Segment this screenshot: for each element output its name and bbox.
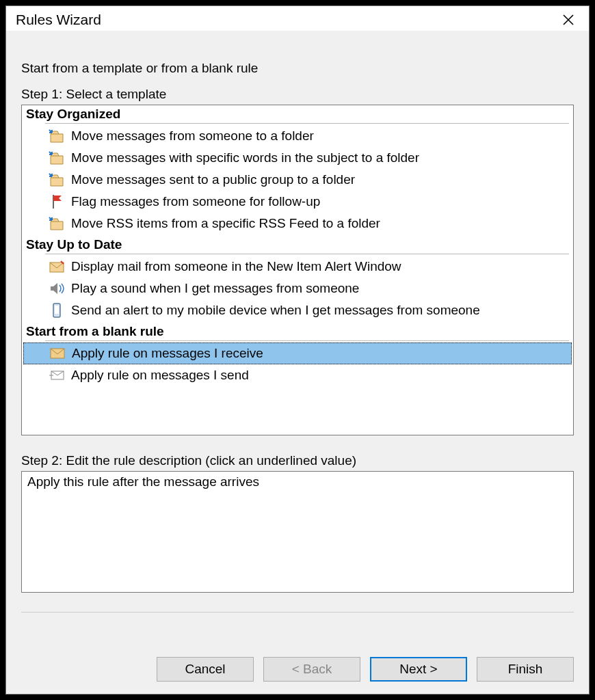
mobile-icon (47, 301, 67, 319)
template-move-words-subject[interactable]: Move messages with specific words in the… (26, 147, 569, 169)
footer-divider (21, 612, 574, 612)
svg-rect-3 (55, 306, 59, 314)
step2-label: Step 2: Edit the rule description (click… (21, 453, 574, 468)
mail-alert-icon (47, 258, 67, 275)
folder-move-icon (47, 215, 67, 232)
group-stay-uptodate: Stay Up to Date (26, 237, 569, 252)
template-label: Move messages with specific words in the… (71, 150, 419, 165)
template-apply-send[interactable]: Apply rule on messages I send (26, 364, 569, 386)
close-icon (561, 13, 575, 27)
rule-description-box[interactable]: Apply this rule after the message arrive… (21, 471, 574, 593)
template-move-rss[interactable]: Move RSS items from a specific RSS Feed … (26, 213, 569, 234)
divider (45, 254, 569, 254)
envelope-icon (47, 345, 68, 362)
template-display-alert[interactable]: Display mail from someone in the New Ite… (26, 256, 569, 278)
cancel-button[interactable]: Cancel (157, 657, 254, 682)
close-button[interactable] (555, 10, 582, 29)
instruction-text: Start from a template or from a blank ru… (21, 61, 574, 76)
group-blank-rule: Start from a blank rule (26, 324, 569, 339)
template-mobile-alert[interactable]: Send an alert to my mobile device when I… (26, 299, 569, 321)
rules-wizard-dialog: Rules Wizard Start from a template or fr… (5, 5, 590, 695)
template-label: Send an alert to my mobile device when I… (71, 303, 480, 318)
template-label: Move RSS items from a specific RSS Feed … (71, 216, 380, 231)
template-label: Move messages sent to a public group to … (71, 172, 355, 187)
titlebar: Rules Wizard (6, 6, 589, 31)
template-label: Flag messages from someone for follow-up (71, 194, 320, 209)
template-listbox: Stay Organized Move messages from someon… (21, 105, 574, 435)
step1-label: Step 1: Select a template (21, 87, 574, 102)
folder-move-icon (47, 149, 67, 167)
group-stay-organized: Stay Organized (26, 107, 569, 122)
folder-move-icon (47, 171, 67, 189)
flag-icon (47, 193, 67, 211)
button-row: Cancel < Back Next > Finish (6, 647, 589, 694)
template-label: Apply rule on messages I send (71, 368, 249, 383)
folder-move-icon (47, 127, 67, 145)
template-label: Apply rule on messages I receive (72, 346, 263, 361)
dialog-title: Rules Wizard (16, 12, 101, 28)
template-label: Play a sound when I get messages from so… (71, 281, 359, 296)
back-button[interactable]: < Back (263, 657, 360, 682)
speaker-icon (47, 280, 67, 297)
template-play-sound[interactable]: Play a sound when I get messages from so… (26, 278, 569, 299)
template-apply-receive[interactable]: Apply rule on messages I receive (23, 342, 572, 364)
envelope-out-icon (47, 366, 67, 384)
template-label: Move messages from someone to a folder (71, 129, 314, 144)
rule-description-text: Apply this rule after the message arrive… (27, 474, 259, 489)
finish-button[interactable]: Finish (477, 657, 574, 682)
template-move-from-someone[interactable]: Move messages from someone to a folder (26, 125, 569, 147)
next-button[interactable]: Next > (370, 657, 467, 682)
template-move-public-group[interactable]: Move messages sent to a public group to … (26, 169, 569, 191)
template-flag-followup[interactable]: Flag messages from someone for follow-up (26, 191, 569, 213)
divider (45, 340, 569, 341)
divider (45, 123, 569, 124)
template-label: Display mail from someone in the New Ite… (71, 259, 401, 274)
dialog-content: Start from a template or from a blank ru… (6, 31, 589, 647)
